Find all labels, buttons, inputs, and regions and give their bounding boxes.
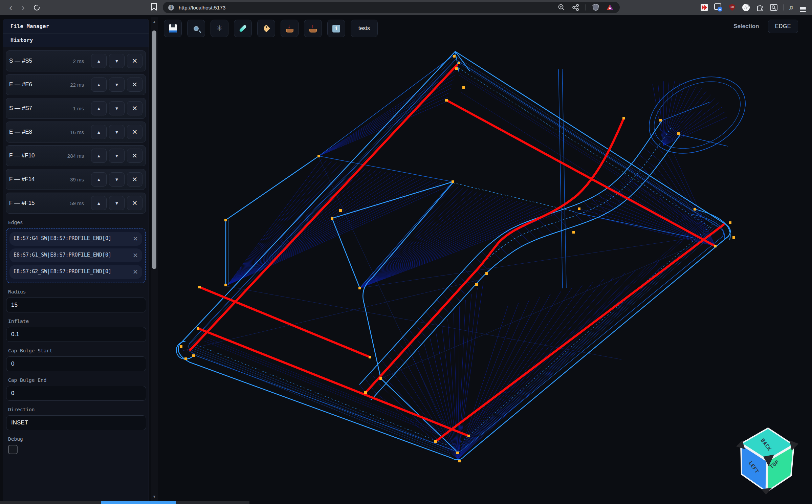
history-item-time: 2 ms xyxy=(73,58,84,64)
view-cube[interactable]: BACK LEFT TOP xyxy=(736,423,803,496)
history-item-time: 22 ms xyxy=(70,82,84,88)
history-move-down-button[interactable]: ▼ xyxy=(109,172,125,187)
web-icon: ✳ xyxy=(216,25,222,32)
svg-text:uO: uO xyxy=(730,6,734,9)
field-input-inflate[interactable] xyxy=(6,327,146,342)
import-button[interactable]: ↓ xyxy=(281,20,299,37)
brave-shield-icon[interactable] xyxy=(591,3,600,12)
bat-rewards-icon[interactable] xyxy=(606,3,614,12)
floppy-icon xyxy=(169,24,177,32)
edge-chip[interactable]: E8:S7:G1_SW|E8:S7:PROFILE_END[0]✕ xyxy=(9,248,142,262)
history-move-up-button[interactable]: ▲ xyxy=(91,54,107,68)
sidebar-panel: File Manager History S — #S52 ms▲▼✕E — #… xyxy=(3,19,149,501)
history-remove-button[interactable]: ✕ xyxy=(127,101,142,115)
history-move-down-button[interactable]: ▼ xyxy=(109,196,125,210)
history-move-up-button[interactable]: ▲ xyxy=(91,172,107,187)
history-move-up-button[interactable]: ▲ xyxy=(91,78,107,92)
selection-mode-button[interactable]: EDGE xyxy=(768,20,798,33)
edge-chip-remove-button[interactable]: ✕ xyxy=(133,235,138,243)
extension-red-chevrons-icon[interactable] xyxy=(700,3,709,12)
history-move-down-button[interactable]: ▼ xyxy=(109,125,125,139)
field-label: Cap Bulge Start xyxy=(8,348,149,353)
back-icon[interactable]: ‹ xyxy=(5,2,17,13)
field-input-direction[interactable] xyxy=(6,415,146,430)
history-move-up-button[interactable]: ▲ xyxy=(91,149,107,163)
debug-label: Debug xyxy=(8,436,149,442)
export-button[interactable]: ↑ xyxy=(304,20,322,37)
tag-button[interactable] xyxy=(257,20,275,37)
scroll-down-icon[interactable]: ▼ xyxy=(151,495,158,499)
site-info-icon[interactable]: i xyxy=(168,5,174,10)
url-bar[interactable]: i http://localhost:5173 xyxy=(163,2,620,13)
history-item[interactable]: F — #F1439 ms▲▼✕ xyxy=(6,169,146,190)
debug-checkbox[interactable] xyxy=(8,445,18,454)
history-move-up-button[interactable]: ▲ xyxy=(91,101,107,115)
history-item[interactable]: S — #S71 ms▲▼✕ xyxy=(6,98,146,119)
history-remove-button[interactable]: ✕ xyxy=(127,172,142,187)
history-list: S — #S52 ms▲▼✕E — #E622 ms▲▼✕S — #S71 ms… xyxy=(3,47,149,214)
history-remove-button[interactable]: ✕ xyxy=(127,125,142,139)
history-item-label: F — #F10 xyxy=(9,152,61,159)
divider xyxy=(586,4,586,10)
info-icon: i xyxy=(332,25,340,32)
edge-chip[interactable]: E8:S7:G4_SW|E8:S7:PROFILE_END[0]✕ xyxy=(9,232,142,246)
history-move-down-button[interactable]: ▼ xyxy=(109,78,125,92)
search-button[interactable] xyxy=(187,20,205,37)
edge-chip-text: E8:S7:G1_SW|E8:S7:PROFILE_END[0] xyxy=(14,251,119,259)
field-input-radius[interactable] xyxy=(6,298,146,312)
url-text[interactable]: http://localhost:5173 xyxy=(179,5,225,10)
history-remove-button[interactable]: ✕ xyxy=(127,78,142,92)
extensions-puzzle-icon[interactable] xyxy=(755,3,764,12)
save-button[interactable] xyxy=(164,20,182,37)
menu-icon[interactable] xyxy=(798,3,807,12)
file-manager-header[interactable]: File Manager xyxy=(3,19,149,34)
history-remove-button[interactable]: ✕ xyxy=(127,149,142,163)
share-icon[interactable] xyxy=(571,3,580,12)
history-item[interactable]: E — #E816 ms▲▼✕ xyxy=(6,122,146,143)
history-item-time: 1 ms xyxy=(73,106,84,111)
test-tube-button[interactable] xyxy=(234,20,252,37)
history-item-time: 284 ms xyxy=(67,153,84,159)
history-move-down-button[interactable]: ▼ xyxy=(109,54,125,68)
media-music-icon[interactable]: ♫ xyxy=(789,4,793,11)
info-button[interactable]: i xyxy=(327,20,345,37)
web-button[interactable]: ✳ xyxy=(211,20,228,37)
sidebar-scrollbar-thumb[interactable] xyxy=(152,30,156,269)
history-move-up-button[interactable]: ▲ xyxy=(91,125,107,139)
history-header[interactable]: History xyxy=(3,34,149,47)
history-move-up-button[interactable]: ▲ xyxy=(91,196,107,210)
scroll-up-icon[interactable]: ▲ xyxy=(151,20,158,24)
field-label: Cap Bulge End xyxy=(8,377,149,383)
extension-ublock-icon[interactable]: uO xyxy=(728,3,737,12)
history-move-down-button[interactable]: ▼ xyxy=(109,149,125,163)
reload-icon[interactable] xyxy=(34,5,40,10)
forward-icon[interactable]: › xyxy=(17,2,29,13)
field-input-cap-bulge-start[interactable] xyxy=(6,356,146,371)
svg-text:★: ★ xyxy=(718,7,721,11)
history-item[interactable]: E — #E622 ms▲▼✕ xyxy=(6,74,146,95)
search-tabs-icon[interactable] xyxy=(769,3,778,12)
extension-tab-star-icon[interactable]: ★ xyxy=(714,3,723,12)
history-remove-button[interactable]: ✕ xyxy=(127,196,142,210)
history-move-down-button[interactable]: ▼ xyxy=(109,101,125,115)
history-item-label: F — #F15 xyxy=(9,200,61,206)
extension-pie-icon[interactable] xyxy=(742,3,750,12)
magnifier-icon xyxy=(194,26,199,31)
field-input-cap-bulge-end[interactable] xyxy=(6,386,146,401)
history-item-label: S — #S7 xyxy=(9,105,61,112)
selection-label: Selection xyxy=(733,23,759,30)
zoom-page-icon[interactable] xyxy=(557,3,566,12)
history-item[interactable]: F — #F1559 ms▲▼✕ xyxy=(6,193,146,214)
bookmark-icon[interactable] xyxy=(151,3,157,12)
edge-chip-remove-button[interactable]: ✕ xyxy=(133,268,138,276)
edges-chip-container: E8:S7:G4_SW|E8:S7:PROFILE_END[0]✕E8:S7:G… xyxy=(6,228,146,283)
sidebar-scrollbar[interactable]: ▲ ▼ xyxy=(151,17,158,501)
edge-chip-remove-button[interactable]: ✕ xyxy=(133,251,138,259)
history-item-label: E — #E6 xyxy=(9,81,61,88)
history-item[interactable]: F — #F10284 ms▲▼✕ xyxy=(6,145,146,166)
history-remove-button[interactable]: ✕ xyxy=(127,54,142,68)
horizontal-scrollbar-thumb[interactable] xyxy=(101,501,176,504)
tests-button[interactable]: tests xyxy=(351,20,378,37)
history-item[interactable]: S — #S52 ms▲▼✕ xyxy=(6,50,146,71)
edge-chip[interactable]: E8:S7:G2_SW|E8:S7:PROFILE_END[0]✕ xyxy=(9,265,142,279)
